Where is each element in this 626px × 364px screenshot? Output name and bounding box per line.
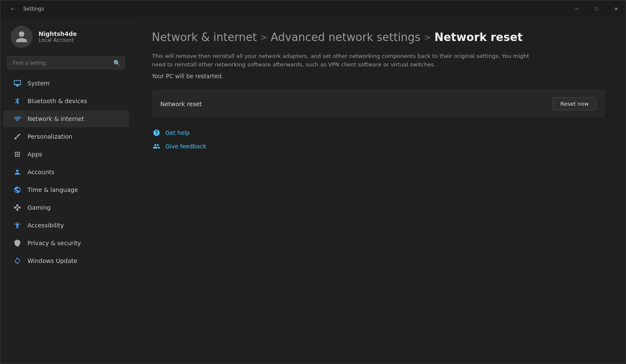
breadcrumb-sep2: > [424,32,431,42]
give-feedback-icon [152,142,161,151]
accessibility-icon [13,221,22,230]
monitor-icon [13,79,22,88]
sidebar-item-bluetooth-label: Bluetooth & devices [27,98,87,104]
apps-icon [13,150,22,159]
titlebar-left: ← Settings [7,3,44,15]
user-section: Nightsh4de Local Account [0,17,132,55]
avatar [11,26,33,48]
breadcrumb-part1[interactable]: Network & internet [152,31,257,44]
sidebar-item-update[interactable]: Windows Update [3,252,129,269]
user-avatar-icon [15,30,28,44]
sidebar-item-accounts[interactable]: Accounts [3,164,129,181]
search-icon: 🔍 [113,60,121,66]
give-feedback-link[interactable]: Give feedback [152,142,605,151]
restart-notice: Your PC will be restarted. [152,73,605,79]
breadcrumb-sep1: > [260,32,267,42]
help-links: Get help Give feedback [152,128,605,151]
get-help-label: Get help [165,129,190,136]
brush-icon [13,132,22,141]
window-controls: ─ □ ✕ [567,0,626,17]
sidebar-item-system[interactable]: System [3,75,129,92]
titlebar: ← Settings ─ □ ✕ [0,0,626,17]
sidebar-item-gaming-label: Gaming [27,204,51,211]
sidebar: Nightsh4de Local Account 🔍 System Blu [0,17,132,364]
sidebar-item-apps-label: Apps [27,151,42,158]
person-icon [13,168,22,176]
user-info: Nightsh4de Local Account [38,30,77,43]
app-body: Nightsh4de Local Account 🔍 System Blu [0,17,626,364]
sidebar-item-apps[interactable]: Apps [3,146,129,163]
bluetooth-icon [13,97,22,105]
shield-icon [13,239,22,247]
user-name: Nightsh4de [38,30,77,37]
update-icon [13,257,22,265]
close-button[interactable]: ✕ [606,0,626,17]
sidebar-item-accessibility-label: Accessibility [27,222,64,229]
sidebar-item-time[interactable]: Time & language [3,181,129,198]
sidebar-item-network-label: Network & internet [27,115,84,122]
get-help-icon [152,128,161,137]
wifi-icon [13,115,22,123]
reset-card-label: Network reset [160,101,202,107]
search-input[interactable] [7,56,125,69]
search-box: 🔍 [7,56,125,69]
sidebar-item-accessibility[interactable]: Accessibility [3,217,129,234]
sidebar-item-privacy[interactable]: Privacy & security [3,235,129,252]
sidebar-item-accounts-label: Accounts [27,169,55,175]
breadcrumb-current: Network reset [434,31,523,44]
reset-now-button[interactable]: Reset now [552,97,597,110]
minimize-button[interactable]: ─ [567,0,587,17]
give-feedback-label: Give feedback [165,143,206,150]
sidebar-item-gaming[interactable]: Gaming [3,199,129,216]
gamepad-icon [13,203,22,212]
sidebar-item-time-label: Time & language [27,186,78,193]
settings-window: ← Settings ─ □ ✕ Nightsh4de Local Accoun… [0,0,626,364]
get-help-link[interactable]: Get help [152,128,605,137]
sidebar-item-personalization-label: Personalization [27,133,72,140]
content-area: Network & internet > Advanced network se… [132,17,626,364]
window-title: Settings [23,6,44,12]
globe-icon [13,186,22,194]
sidebar-item-personalization[interactable]: Personalization [3,128,129,145]
sidebar-item-privacy-label: Privacy & security [27,240,81,246]
page-description: This will remove then reinstall all your… [152,52,533,68]
breadcrumb: Network & internet > Advanced network se… [152,31,605,44]
reset-card: Network reset Reset now [152,90,605,118]
back-button[interactable]: ← [7,3,19,15]
maximize-button[interactable]: □ [587,0,606,17]
breadcrumb-part2[interactable]: Advanced network settings [271,31,420,44]
sidebar-item-network[interactable]: Network & internet [3,110,129,127]
user-type: Local Account [38,37,77,43]
sidebar-item-bluetooth[interactable]: Bluetooth & devices [3,93,129,109]
sidebar-item-update-label: Windows Update [27,257,77,264]
sidebar-item-system-label: System [27,80,49,87]
